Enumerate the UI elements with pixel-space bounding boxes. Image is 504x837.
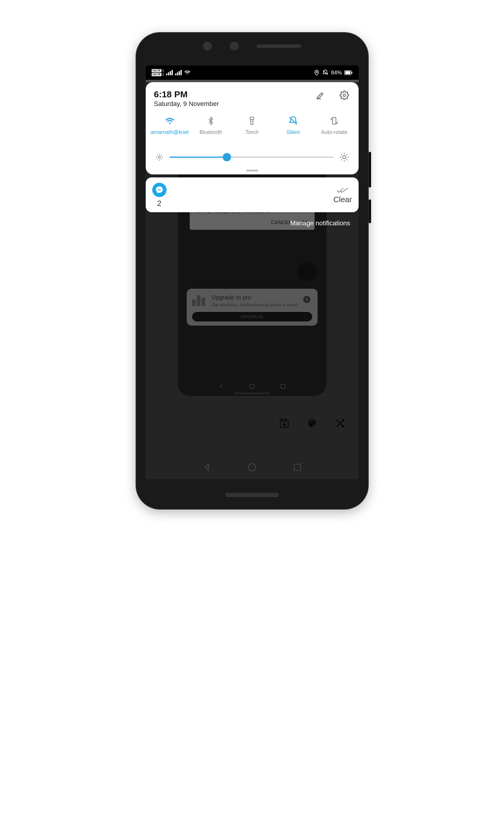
svg-line-31: [347, 154, 347, 155]
brightness-row: [149, 143, 355, 168]
svg-line-21: [157, 159, 157, 160]
svg-rect-9: [352, 72, 352, 73]
pencil-icon: [316, 90, 325, 100]
earpiece-speaker: [257, 44, 301, 48]
wifi-toggle[interactable]: amarnath@knet: [152, 115, 188, 142]
svg-point-14: [158, 156, 160, 158]
svg-point-10: [343, 94, 346, 96]
svg-rect-8: [345, 71, 350, 74]
silent-toggle[interactable]: Silent: [275, 115, 311, 142]
dnd-status-icon: [322, 69, 329, 76]
slider-thumb[interactable]: [223, 153, 231, 161]
brightness-high-icon: [340, 153, 349, 162]
svg-line-29: [347, 160, 347, 160]
manage-notifications-link[interactable]: Manage notifications: [146, 212, 359, 227]
status-bar: VoLTE 1 VoLTE 2 84%: [146, 66, 359, 80]
front-camera: [230, 42, 239, 51]
wifi-icon: [165, 115, 175, 126]
wifi-label: amarnath@knet: [151, 129, 189, 142]
silent-label: Silent: [286, 129, 300, 142]
brightness-low-icon: [155, 153, 164, 161]
clock-time: 6:18 PM: [154, 89, 219, 100]
notification-summary-card[interactable]: 2 Clear: [146, 177, 359, 212]
silent-icon: [288, 115, 298, 126]
power-button: [369, 199, 371, 223]
clear-notifications-button[interactable]: Clear: [333, 186, 352, 204]
svg-line-22: [161, 155, 162, 155]
volte-2-icon: VoLTE: [152, 73, 162, 76]
expand-handle[interactable]: [246, 170, 258, 172]
battery-percent: 84%: [331, 70, 342, 76]
clear-label: Clear: [333, 195, 352, 204]
bluetooth-toggle[interactable]: Bluetooth: [193, 115, 229, 142]
autorotate-toggle[interactable]: Auto-rotate: [316, 115, 352, 142]
camera-dot: [203, 42, 212, 51]
notification-count: 2: [157, 199, 161, 208]
signal-1-icon: [166, 70, 173, 75]
svg-point-23: [342, 156, 346, 159]
volume-button: [369, 152, 371, 188]
svg-line-28: [341, 154, 342, 155]
autorotate-label: Auto-rotate: [321, 129, 348, 142]
quick-settings-panel: 6:18 PM Saturday, 9 November: [146, 82, 359, 174]
phone-frame: Please allow Notification Hub Notificati…: [136, 33, 368, 509]
svg-point-6: [316, 71, 318, 73]
signal-2-icon: [175, 70, 182, 75]
edit-tiles-button[interactable]: [315, 89, 326, 101]
svg-line-20: [161, 159, 162, 160]
svg-line-19: [157, 155, 157, 155]
svg-rect-13: [333, 118, 336, 124]
svg-rect-11: [250, 117, 254, 120]
torch-icon: [247, 115, 256, 126]
volte-1-icon: VoLTE: [152, 69, 162, 72]
screen: Please allow Notification Hub Notificati…: [146, 66, 359, 479]
torch-label: Torch: [245, 129, 258, 142]
gear-icon: [340, 90, 349, 100]
location-icon: [314, 70, 320, 76]
wifi-status-icon: [184, 69, 191, 76]
battery-icon: [344, 70, 353, 75]
bottom-speaker: [225, 493, 279, 497]
torch-toggle[interactable]: Torch: [234, 115, 270, 142]
messenger-icon: [152, 183, 167, 197]
settings-button[interactable]: [338, 89, 350, 101]
bluetooth-label: Bluetooth: [200, 129, 222, 142]
autorotate-icon: [329, 115, 339, 126]
double-check-icon: [335, 186, 350, 194]
svg-line-30: [341, 160, 342, 160]
brightness-slider[interactable]: [169, 157, 334, 158]
bluetooth-icon: [206, 115, 215, 126]
clock-date: Saturday, 9 November: [154, 100, 219, 108]
